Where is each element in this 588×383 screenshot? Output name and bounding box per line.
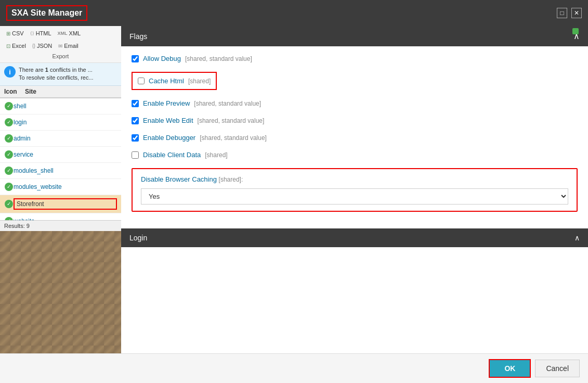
flag-row-cache-html: Cache Html [shared] xyxy=(132,72,217,90)
enable-web-edit-label: Enable Web Edit xyxy=(143,117,193,124)
json-export-button[interactable]: {} JSON xyxy=(30,42,54,50)
dialog-title: SXA Site Manager xyxy=(6,5,87,21)
login-title: Login xyxy=(129,234,147,242)
table-row[interactable]: ✓ modules_shell xyxy=(0,163,121,179)
cancel-button[interactable]: Cancel xyxy=(535,360,580,377)
icon-column-header: Icon xyxy=(4,88,25,95)
row-check-shell: ✓ xyxy=(4,101,14,111)
table-row[interactable]: ✓ shell xyxy=(0,98,121,114)
enable-web-edit-meta: [shared, standard value] xyxy=(198,117,265,124)
flag-row-enable-web-edit: Enable Web Edit [shared, standard value] xyxy=(132,117,578,124)
conflicts-count: 1 xyxy=(45,67,48,73)
decorative-background xyxy=(0,231,121,353)
flag-row-enable-preview: Enable Preview [shared, standard value] xyxy=(132,99,578,107)
title-bar-controls: □ ✕ xyxy=(557,8,582,18)
table-row[interactable]: ✓ login xyxy=(0,114,121,131)
check-circle: ✓ xyxy=(5,102,13,110)
row-check-modules-website: ✓ xyxy=(4,182,14,191)
flag-row-enable-debugger: Enable Debugger [shared, standard value] xyxy=(132,134,578,142)
row-check-login: ✓ xyxy=(4,118,14,127)
browser-caching-text: Disable Browser Caching xyxy=(141,175,217,183)
enable-debugger-label: Enable Debugger xyxy=(143,134,195,142)
table-row[interactable]: ✓ admin xyxy=(0,131,121,147)
disable-client-data-label: Disable Client Data xyxy=(143,151,201,159)
site-name-login: login xyxy=(14,119,117,126)
flags-section-content: Allow Debug [shared, standard value] Cac… xyxy=(121,46,588,228)
title-bar-left: SXA Site Manager xyxy=(6,5,87,21)
ok-button[interactable]: OK xyxy=(489,359,531,378)
disable-client-data-checkbox[interactable] xyxy=(132,151,139,159)
excel-label: Excel xyxy=(12,43,26,49)
login-section-header[interactable]: Login ∧ xyxy=(121,228,588,247)
email-label: Email xyxy=(64,43,79,49)
flag-row-disable-client-data: Disable Client Data [shared] xyxy=(132,151,578,159)
conflicts-sub: To resolve site conflicts, rec... xyxy=(19,74,94,81)
table-row[interactable]: ✓ service xyxy=(0,147,121,163)
conflicts-text: There are 1 conflicts in the ... xyxy=(19,67,93,73)
allow-debug-checkbox[interactable] xyxy=(132,55,139,62)
site-name-storefront: Storefront xyxy=(14,198,117,210)
flags-title: Flags xyxy=(129,32,147,41)
main-content: ⊞ CSV ⟨⟩ HTML XML XML ⊡ Excel {} xyxy=(0,26,588,353)
excel-icon: ⊡ xyxy=(6,43,10,49)
cache-html-meta: [shared] xyxy=(188,78,211,85)
email-icon: ✉ xyxy=(58,43,62,49)
info-bar: i There are 1 conflicts in the ... To re… xyxy=(0,63,121,86)
flags-section-header[interactable]: Flags ∧ xyxy=(121,26,588,46)
allow-debug-label: Allow Debug xyxy=(143,55,181,62)
html-label: HTML xyxy=(36,30,51,36)
check-circle: ✓ xyxy=(5,183,13,191)
csv-export-button[interactable]: ⊞ CSV xyxy=(4,29,26,37)
row-check-website: ✓ xyxy=(4,216,14,221)
row-check-service: ✓ xyxy=(4,150,14,159)
xml-label: XML xyxy=(69,30,81,36)
row-check-modules-shell: ✓ xyxy=(4,166,14,175)
check-circle: ✓ xyxy=(5,167,13,175)
json-label: JSON xyxy=(37,43,52,49)
export-toolbar: ⊞ CSV ⟨⟩ HTML XML XML ⊡ Excel {} xyxy=(0,26,121,63)
disable-client-data-meta: [shared] xyxy=(205,151,227,159)
site-name-modules-website: modules_website xyxy=(14,183,117,190)
site-name-modules-shell: modules_shell xyxy=(14,167,117,174)
close-button[interactable]: ✕ xyxy=(571,8,582,18)
table-row[interactable]: ✓ modules_website xyxy=(0,179,121,195)
html-export-button[interactable]: ⟨⟩ HTML xyxy=(28,29,54,37)
cache-html-checkbox[interactable] xyxy=(138,78,145,84)
title-bar: SXA Site Manager □ ✕ xyxy=(0,0,588,26)
flag-row-allow-debug: Allow Debug [shared, standard value] xyxy=(132,55,578,62)
bottom-spacer xyxy=(121,247,588,268)
site-name-shell: shell xyxy=(14,103,117,110)
excel-export-button[interactable]: ⊡ Excel xyxy=(4,42,28,50)
enable-debugger-meta: [shared, standard value] xyxy=(200,134,267,142)
row-check-storefront: ✓ xyxy=(4,199,14,209)
site-name-service: service xyxy=(14,151,117,158)
browser-caching-section: Disable Browser Caching [shared]: Yes No xyxy=(132,168,578,212)
allow-debug-meta: [shared, standard value] xyxy=(185,55,252,62)
enable-debugger-checkbox[interactable] xyxy=(132,134,139,142)
site-name-admin: admin xyxy=(14,135,117,142)
minimize-button[interactable]: □ xyxy=(557,8,567,18)
check-circle: ✓ xyxy=(5,200,13,208)
check-circle: ✓ xyxy=(5,118,13,126)
status-dot xyxy=(572,28,579,34)
cache-html-label: Cache Html xyxy=(149,77,184,85)
info-icon: i xyxy=(4,66,16,78)
panel-scroll[interactable]: Flags ∧ Allow Debug [shared, standard va… xyxy=(121,26,588,353)
xml-icon: XML xyxy=(58,31,68,36)
email-export-button[interactable]: ✉ Email xyxy=(56,42,81,50)
enable-web-edit-checkbox[interactable] xyxy=(132,117,139,124)
enable-preview-meta: [shared, standard value] xyxy=(194,100,261,107)
export-label: Export xyxy=(53,53,69,59)
browser-caching-label: Disable Browser Caching [shared]: xyxy=(141,175,568,183)
browser-caching-meta: [shared]: xyxy=(219,176,243,183)
row-check-admin: ✓ xyxy=(4,134,14,143)
csv-label: CSV xyxy=(12,30,24,36)
html-icon: ⟨⟩ xyxy=(30,31,34,36)
table-row[interactable]: ✓ website xyxy=(0,213,121,221)
results-label: Results: 9 xyxy=(4,223,30,229)
table-header: Icon Site xyxy=(0,86,121,98)
browser-caching-select[interactable]: Yes No xyxy=(141,188,568,205)
enable-preview-checkbox[interactable] xyxy=(132,100,139,107)
table-row[interactable]: ✓ Storefront xyxy=(0,195,121,213)
xml-export-button[interactable]: XML XML xyxy=(56,29,83,37)
